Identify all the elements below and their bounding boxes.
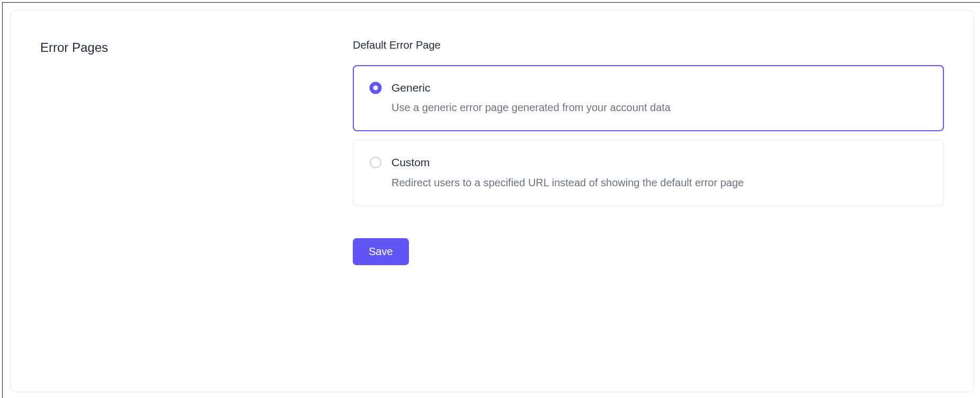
save-row: Save xyxy=(353,238,944,265)
radio-title-custom: Custom xyxy=(391,155,744,169)
columns: Error Pages Default Error Page Generic U… xyxy=(40,39,944,265)
svg-point-0 xyxy=(371,84,380,92)
radio-desc-custom: Redirect users to a specified URL instea… xyxy=(391,174,744,191)
page-outer: Error Pages Default Error Page Generic U… xyxy=(2,2,980,398)
radio-selected-icon xyxy=(369,82,382,94)
radio-text: Custom Redirect users to a specified URL… xyxy=(391,155,744,191)
save-button[interactable]: Save xyxy=(353,238,409,265)
section-title: Error Pages xyxy=(40,39,353,56)
radio-option-generic[interactable]: Generic Use a generic error page generat… xyxy=(353,65,944,131)
radio-text: Generic Use a generic error page generat… xyxy=(391,80,671,116)
right-column: Default Error Page Generic Use a generic… xyxy=(353,39,944,265)
field-label: Default Error Page xyxy=(353,39,944,51)
radio-title-generic: Generic xyxy=(391,80,671,95)
radio-unselected-icon xyxy=(369,156,382,169)
settings-card: Error Pages Default Error Page Generic U… xyxy=(10,10,974,392)
radio-group: Generic Use a generic error page generat… xyxy=(353,65,944,206)
radio-option-custom[interactable]: Custom Redirect users to a specified URL… xyxy=(353,140,944,206)
left-column: Error Pages xyxy=(40,39,353,265)
svg-point-1 xyxy=(370,157,381,168)
radio-desc-generic: Use a generic error page generated from … xyxy=(391,99,671,116)
